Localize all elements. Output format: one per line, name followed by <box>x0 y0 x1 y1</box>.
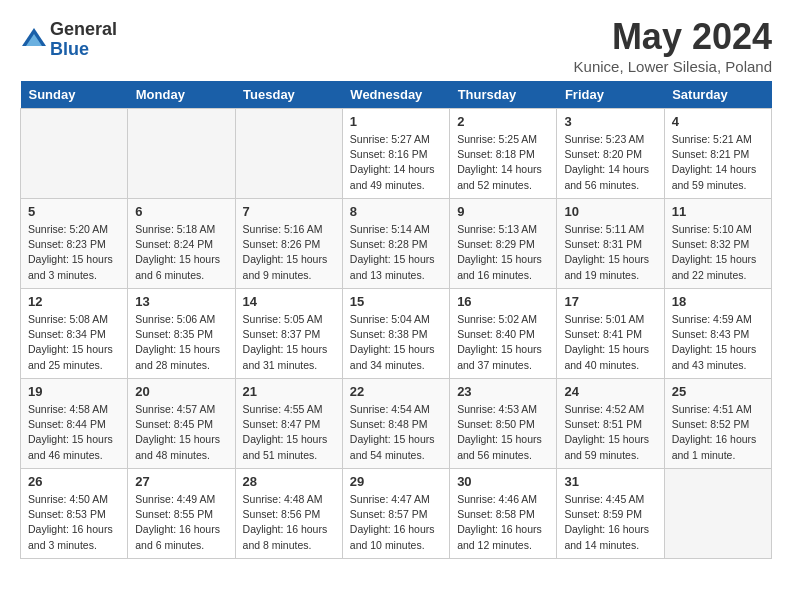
day-number: 28 <box>243 474 335 489</box>
day-number: 7 <box>243 204 335 219</box>
logo: General Blue <box>20 20 117 60</box>
day-info: Sunrise: 5:25 AMSunset: 8:18 PMDaylight:… <box>457 132 549 193</box>
calendar-cell: 6Sunrise: 5:18 AMSunset: 8:24 PMDaylight… <box>128 199 235 289</box>
day-number: 10 <box>564 204 656 219</box>
calendar-cell: 16Sunrise: 5:02 AMSunset: 8:40 PMDayligh… <box>450 289 557 379</box>
day-info: Sunrise: 5:14 AMSunset: 8:28 PMDaylight:… <box>350 222 442 283</box>
day-number: 4 <box>672 114 764 129</box>
day-info: Sunrise: 5:04 AMSunset: 8:38 PMDaylight:… <box>350 312 442 373</box>
week-row-1: 5Sunrise: 5:20 AMSunset: 8:23 PMDaylight… <box>21 199 772 289</box>
day-number: 23 <box>457 384 549 399</box>
calendar-cell: 24Sunrise: 4:52 AMSunset: 8:51 PMDayligh… <box>557 379 664 469</box>
day-info: Sunrise: 5:05 AMSunset: 8:37 PMDaylight:… <box>243 312 335 373</box>
month-title: May 2024 <box>574 16 772 58</box>
week-row-3: 19Sunrise: 4:58 AMSunset: 8:44 PMDayligh… <box>21 379 772 469</box>
day-number: 6 <box>135 204 227 219</box>
weekday-header-friday: Friday <box>557 81 664 109</box>
day-info: Sunrise: 4:57 AMSunset: 8:45 PMDaylight:… <box>135 402 227 463</box>
day-info: Sunrise: 4:52 AMSunset: 8:51 PMDaylight:… <box>564 402 656 463</box>
calendar-cell: 31Sunrise: 4:45 AMSunset: 8:59 PMDayligh… <box>557 469 664 559</box>
day-number: 15 <box>350 294 442 309</box>
day-info: Sunrise: 5:16 AMSunset: 8:26 PMDaylight:… <box>243 222 335 283</box>
day-info: Sunrise: 5:11 AMSunset: 8:31 PMDaylight:… <box>564 222 656 283</box>
calendar-cell <box>235 109 342 199</box>
day-info: Sunrise: 4:53 AMSunset: 8:50 PMDaylight:… <box>457 402 549 463</box>
day-info: Sunrise: 4:48 AMSunset: 8:56 PMDaylight:… <box>243 492 335 553</box>
day-info: Sunrise: 5:06 AMSunset: 8:35 PMDaylight:… <box>135 312 227 373</box>
day-info: Sunrise: 4:55 AMSunset: 8:47 PMDaylight:… <box>243 402 335 463</box>
calendar-cell: 4Sunrise: 5:21 AMSunset: 8:21 PMDaylight… <box>664 109 771 199</box>
day-number: 13 <box>135 294 227 309</box>
calendar-cell: 17Sunrise: 5:01 AMSunset: 8:41 PMDayligh… <box>557 289 664 379</box>
day-info: Sunrise: 5:21 AMSunset: 8:21 PMDaylight:… <box>672 132 764 193</box>
title-area: May 2024 Kunice, Lower Silesia, Poland <box>574 16 772 75</box>
calendar-cell: 3Sunrise: 5:23 AMSunset: 8:20 PMDaylight… <box>557 109 664 199</box>
day-info: Sunrise: 5:27 AMSunset: 8:16 PMDaylight:… <box>350 132 442 193</box>
day-number: 16 <box>457 294 549 309</box>
day-number: 3 <box>564 114 656 129</box>
calendar-cell: 25Sunrise: 4:51 AMSunset: 8:52 PMDayligh… <box>664 379 771 469</box>
day-number: 14 <box>243 294 335 309</box>
calendar-cell: 26Sunrise: 4:50 AMSunset: 8:53 PMDayligh… <box>21 469 128 559</box>
location-title: Kunice, Lower Silesia, Poland <box>574 58 772 75</box>
day-info: Sunrise: 4:45 AMSunset: 8:59 PMDaylight:… <box>564 492 656 553</box>
day-number: 17 <box>564 294 656 309</box>
day-info: Sunrise: 5:20 AMSunset: 8:23 PMDaylight:… <box>28 222 120 283</box>
day-number: 11 <box>672 204 764 219</box>
day-info: Sunrise: 4:49 AMSunset: 8:55 PMDaylight:… <box>135 492 227 553</box>
calendar-cell: 2Sunrise: 5:25 AMSunset: 8:18 PMDaylight… <box>450 109 557 199</box>
day-info: Sunrise: 4:50 AMSunset: 8:53 PMDaylight:… <box>28 492 120 553</box>
calendar-table: SundayMondayTuesdayWednesdayThursdayFrid… <box>20 81 772 559</box>
day-info: Sunrise: 5:23 AMSunset: 8:20 PMDaylight:… <box>564 132 656 193</box>
calendar-cell: 11Sunrise: 5:10 AMSunset: 8:32 PMDayligh… <box>664 199 771 289</box>
day-number: 8 <box>350 204 442 219</box>
day-info: Sunrise: 5:13 AMSunset: 8:29 PMDaylight:… <box>457 222 549 283</box>
day-number: 19 <box>28 384 120 399</box>
day-number: 1 <box>350 114 442 129</box>
logo-general-text: General <box>50 20 117 40</box>
day-info: Sunrise: 5:18 AMSunset: 8:24 PMDaylight:… <box>135 222 227 283</box>
day-number: 27 <box>135 474 227 489</box>
weekday-header-wednesday: Wednesday <box>342 81 449 109</box>
day-number: 21 <box>243 384 335 399</box>
calendar-cell: 1Sunrise: 5:27 AMSunset: 8:16 PMDaylight… <box>342 109 449 199</box>
day-number: 2 <box>457 114 549 129</box>
day-info: Sunrise: 4:54 AMSunset: 8:48 PMDaylight:… <box>350 402 442 463</box>
calendar-cell <box>21 109 128 199</box>
week-row-4: 26Sunrise: 4:50 AMSunset: 8:53 PMDayligh… <box>21 469 772 559</box>
calendar-cell: 8Sunrise: 5:14 AMSunset: 8:28 PMDaylight… <box>342 199 449 289</box>
calendar-cell: 14Sunrise: 5:05 AMSunset: 8:37 PMDayligh… <box>235 289 342 379</box>
day-number: 25 <box>672 384 764 399</box>
calendar-cell: 20Sunrise: 4:57 AMSunset: 8:45 PMDayligh… <box>128 379 235 469</box>
day-number: 24 <box>564 384 656 399</box>
day-number: 26 <box>28 474 120 489</box>
calendar-cell: 18Sunrise: 4:59 AMSunset: 8:43 PMDayligh… <box>664 289 771 379</box>
day-info: Sunrise: 4:47 AMSunset: 8:57 PMDaylight:… <box>350 492 442 553</box>
calendar-cell: 27Sunrise: 4:49 AMSunset: 8:55 PMDayligh… <box>128 469 235 559</box>
day-number: 12 <box>28 294 120 309</box>
logo-icon <box>20 26 48 54</box>
day-info: Sunrise: 5:08 AMSunset: 8:34 PMDaylight:… <box>28 312 120 373</box>
calendar-cell <box>128 109 235 199</box>
day-number: 29 <box>350 474 442 489</box>
weekday-header-thursday: Thursday <box>450 81 557 109</box>
day-number: 31 <box>564 474 656 489</box>
weekday-header-row: SundayMondayTuesdayWednesdayThursdayFrid… <box>21 81 772 109</box>
calendar-cell: 29Sunrise: 4:47 AMSunset: 8:57 PMDayligh… <box>342 469 449 559</box>
day-info: Sunrise: 4:46 AMSunset: 8:58 PMDaylight:… <box>457 492 549 553</box>
week-row-0: 1Sunrise: 5:27 AMSunset: 8:16 PMDaylight… <box>21 109 772 199</box>
calendar-cell: 12Sunrise: 5:08 AMSunset: 8:34 PMDayligh… <box>21 289 128 379</box>
calendar-cell: 5Sunrise: 5:20 AMSunset: 8:23 PMDaylight… <box>21 199 128 289</box>
day-number: 20 <box>135 384 227 399</box>
weekday-header-monday: Monday <box>128 81 235 109</box>
day-info: Sunrise: 5:01 AMSunset: 8:41 PMDaylight:… <box>564 312 656 373</box>
week-row-2: 12Sunrise: 5:08 AMSunset: 8:34 PMDayligh… <box>21 289 772 379</box>
logo-blue-text: Blue <box>50 40 117 60</box>
calendar-cell: 19Sunrise: 4:58 AMSunset: 8:44 PMDayligh… <box>21 379 128 469</box>
calendar-cell: 15Sunrise: 5:04 AMSunset: 8:38 PMDayligh… <box>342 289 449 379</box>
calendar-cell: 10Sunrise: 5:11 AMSunset: 8:31 PMDayligh… <box>557 199 664 289</box>
day-number: 30 <box>457 474 549 489</box>
calendar-cell: 9Sunrise: 5:13 AMSunset: 8:29 PMDaylight… <box>450 199 557 289</box>
calendar-cell: 13Sunrise: 5:06 AMSunset: 8:35 PMDayligh… <box>128 289 235 379</box>
weekday-header-saturday: Saturday <box>664 81 771 109</box>
